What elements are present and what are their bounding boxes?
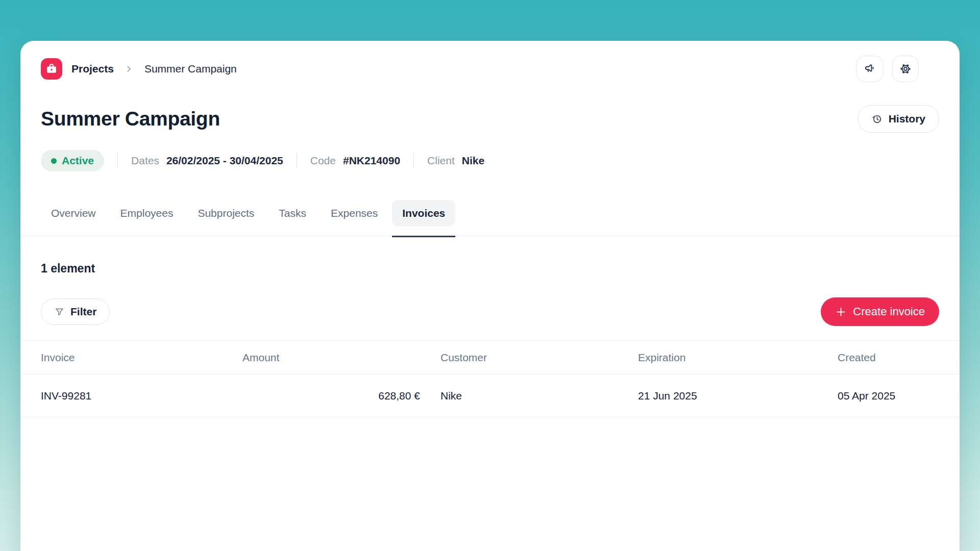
column-header-customer: Customer [440,352,638,364]
cell-expiration: 21 Jun 2025 [638,390,838,402]
settings-button[interactable] [892,56,919,82]
dates-label: Dates [131,155,159,167]
status-badge: Active [41,150,104,171]
tab-employees[interactable]: Employees [110,200,184,227]
breadcrumb-projects-link[interactable]: Projects [71,63,114,75]
divider [117,153,118,168]
client-label: Client [427,155,455,167]
gear-icon [899,62,912,76]
status-label: Active [62,155,94,167]
column-header-invoice: Invoice [41,352,242,364]
create-invoice-label: Create invoice [853,305,925,318]
tab-invoices[interactable]: Invoices [392,200,455,227]
funnel-icon [54,307,65,317]
filter-button[interactable]: Filter [41,298,110,325]
tab-tasks[interactable]: Tasks [268,200,316,227]
table-header-row: Invoice Amount Customer Expiration Creat… [20,340,960,374]
tab-expenses[interactable]: Expenses [321,200,388,227]
cell-invoice: INV-99281 [41,390,242,402]
history-button[interactable]: History [857,105,939,133]
invoices-table: Invoice Amount Customer Expiration Creat… [20,340,960,417]
project-meta: Active Dates 26/02/2025 - 30/04/2025 Cod… [41,150,939,171]
cell-amount: 628,80 € [242,390,440,402]
project-tabs: Overview Employees Subprojects Tasks Exp… [20,200,960,236]
status-dot-icon [51,158,57,164]
projects-app-icon [41,58,62,80]
dates-value: 26/02/2025 - 30/04/2025 [166,155,283,167]
tab-subprojects[interactable]: Subprojects [187,200,264,227]
project-card: Projects Summer Campaign [20,41,960,551]
briefcase-icon [45,62,58,76]
client-value: Nike [462,155,484,167]
tab-overview[interactable]: Overview [41,200,106,227]
history-clock-icon [871,113,883,125]
table-row[interactable]: INV-99281 628,80 € Nike 21 Jun 2025 05 A… [20,374,960,417]
chevron-right-icon [125,65,133,73]
breadcrumb-current: Summer Campaign [144,63,237,75]
divider [413,153,414,168]
breadcrumb: Projects Summer Campaign [41,55,939,83]
column-header-expiration: Expiration [638,352,838,364]
divider [297,153,297,168]
page-title: Summer Campaign [41,107,220,131]
announcements-button[interactable] [856,56,883,82]
plus-icon [835,306,847,318]
filter-button-label: Filter [70,306,96,318]
cell-created: 05 Apr 2025 [838,390,939,402]
megaphone-icon [863,62,876,76]
element-count: 1 element [41,260,939,277]
column-header-amount: Amount [242,352,440,364]
code-value: #NK214090 [343,155,400,167]
history-button-label: History [889,113,925,125]
code-label: Code [310,155,336,167]
create-invoice-button[interactable]: Create invoice [821,297,939,326]
cell-customer: Nike [440,390,638,402]
column-header-created: Created [838,352,939,364]
